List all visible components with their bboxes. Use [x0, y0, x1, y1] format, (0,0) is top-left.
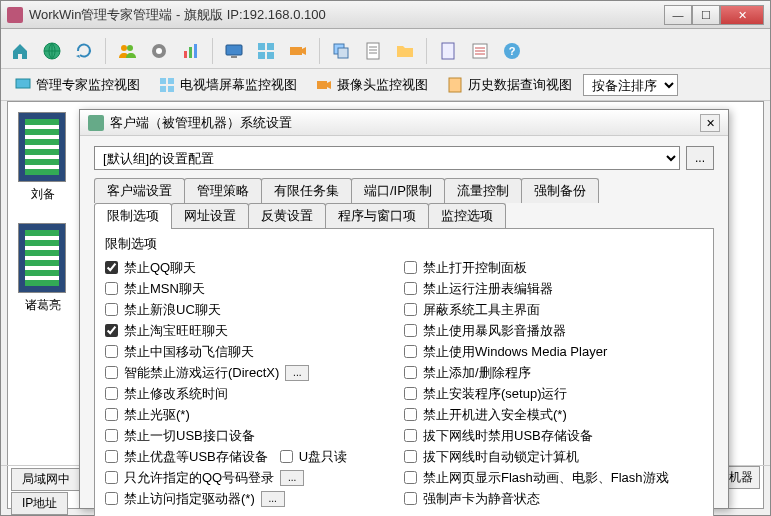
option-checkbox[interactable]	[404, 261, 417, 274]
option-row: 禁止添加/删除程序	[404, 362, 703, 383]
option-more-button[interactable]: ...	[261, 491, 285, 507]
option-checkbox[interactable]	[105, 387, 118, 400]
svg-point-2	[127, 45, 133, 51]
view-tvwall-button[interactable]: 电视墙屏幕监控视图	[151, 72, 304, 98]
option-checkbox[interactable]	[105, 492, 118, 505]
option-checkbox[interactable]	[105, 450, 118, 463]
option-row: 禁止开机进入安全模式(*)	[404, 404, 703, 425]
view-monitor-button[interactable]: 管理专家监控视图	[7, 72, 147, 98]
thumbnail-label: 刘备	[18, 186, 68, 203]
option-label: 禁止运行注册表编辑器	[423, 280, 553, 298]
option-checkbox[interactable]	[404, 345, 417, 358]
option-checkbox[interactable]	[404, 492, 417, 505]
main-titlebar: WorkWin管理专家管理端 - 旗舰版 IP:192.168.0.100 — …	[1, 1, 770, 29]
option-label: 禁止添加/删除程序	[423, 364, 531, 382]
svg-rect-10	[258, 43, 265, 50]
option-checkbox[interactable]	[105, 366, 118, 379]
tool-globe-icon[interactable]	[39, 38, 65, 64]
tab-网址设置[interactable]: 网址设置	[171, 203, 249, 228]
option-checkbox[interactable]	[404, 450, 417, 463]
tool-refresh-icon[interactable]	[71, 38, 97, 64]
tool-folder-icon[interactable]	[392, 38, 418, 64]
option-label: 禁止优盘等USB存储设备	[124, 448, 268, 466]
option-row: 禁止淘宝旺旺聊天	[105, 320, 404, 341]
tool-chart-icon[interactable]	[178, 38, 204, 64]
option-more-button[interactable]: ...	[280, 470, 304, 486]
option-row: 拔下网线时禁用USB存储设备	[404, 425, 703, 446]
option-label: 禁止中国移动飞信聊天	[124, 343, 254, 361]
tool-users-icon[interactable]	[114, 38, 140, 64]
tab-强制备份[interactable]: 强制备份	[521, 178, 599, 203]
tool-list-icon[interactable]	[467, 38, 493, 64]
option-more-button[interactable]: ...	[285, 365, 309, 381]
svg-rect-6	[189, 47, 192, 58]
tool-copy-icon[interactable]	[328, 38, 354, 64]
tool-help-icon[interactable]: ?	[499, 38, 525, 64]
config-group-select[interactable]: [默认组]的设置配置	[94, 146, 680, 170]
view-label: 摄像头监控视图	[337, 76, 428, 94]
svg-point-1	[121, 45, 127, 51]
tool-doc2-icon[interactable]	[435, 38, 461, 64]
svg-rect-16	[338, 48, 348, 58]
client-thumbnail[interactable]: 刘备	[18, 112, 68, 203]
close-button[interactable]: ✕	[720, 5, 764, 25]
tool-screens-icon[interactable]	[253, 38, 279, 64]
client-thumbnail[interactable]: 诸葛亮	[18, 223, 68, 314]
tool-camera2-icon[interactable]	[285, 38, 311, 64]
option-checkbox[interactable]	[404, 387, 417, 400]
bottom-tab-ip[interactable]: IP地址	[11, 492, 68, 515]
option-label: U盘只读	[299, 448, 347, 466]
svg-rect-27	[317, 81, 327, 89]
option-checkbox[interactable]	[404, 408, 417, 421]
option-checkbox[interactable]	[105, 471, 118, 484]
tab-content: 限制选项 禁止QQ聊天禁止MSN聊天禁止新浪UC聊天禁止淘宝旺旺聊天禁止中国移动…	[94, 228, 714, 516]
bottom-tab-lan[interactable]: 局域网中	[11, 468, 81, 491]
tool-doc-icon[interactable]	[360, 38, 386, 64]
option-checkbox[interactable]	[404, 324, 417, 337]
option-checkbox[interactable]	[404, 282, 417, 295]
option-checkbox[interactable]	[404, 429, 417, 442]
option-checkbox[interactable]	[105, 408, 118, 421]
sort-select[interactable]: 按备注排序	[583, 74, 678, 96]
view-history-button[interactable]: 历史数据查询视图	[439, 72, 579, 98]
minimize-button[interactable]: —	[664, 5, 692, 25]
tool-monitor-icon[interactable]	[221, 38, 247, 64]
dialog-close-button[interactable]: ✕	[700, 114, 720, 132]
option-checkbox[interactable]	[280, 450, 293, 463]
option-label: 禁止安装程序(setup)运行	[423, 385, 567, 403]
option-checkbox[interactable]	[404, 366, 417, 379]
option-label: 禁止开机进入安全模式(*)	[423, 406, 567, 424]
option-row: 禁止MSN聊天	[105, 278, 404, 299]
option-checkbox[interactable]	[105, 345, 118, 358]
tab-有限任务集[interactable]: 有限任务集	[261, 178, 352, 203]
option-checkbox[interactable]	[404, 303, 417, 316]
tool-gear-icon[interactable]	[146, 38, 172, 64]
option-label: 禁止使用Windows Media Player	[423, 343, 607, 361]
maximize-button[interactable]: ☐	[692, 5, 720, 25]
svg-rect-25	[160, 86, 166, 92]
config-browse-button[interactable]: ...	[686, 146, 714, 170]
tab-流量控制[interactable]: 流量控制	[444, 178, 522, 203]
tab-监控选项[interactable]: 监控选项	[428, 203, 506, 228]
tab-程序与窗口项[interactable]: 程序与窗口项	[325, 203, 429, 228]
option-checkbox[interactable]	[404, 471, 417, 484]
tab-反黄设置[interactable]: 反黄设置	[248, 203, 326, 228]
dialog-titlebar: 客户端（被管理机器）系统设置 ✕	[80, 110, 728, 136]
option-row: 禁止打开控制面板	[404, 257, 703, 278]
svg-rect-13	[267, 52, 274, 59]
option-checkbox[interactable]	[105, 261, 118, 274]
group-label: 限制选项	[105, 235, 703, 253]
tab-管理策略[interactable]: 管理策略	[184, 178, 262, 203]
option-checkbox[interactable]	[105, 324, 118, 337]
option-row: 禁止优盘等USB存储设备U盘只读	[105, 446, 404, 467]
tab-客户端设置[interactable]: 客户端设置	[94, 178, 185, 203]
option-row: 禁止安装程序(setup)运行	[404, 383, 703, 404]
option-checkbox[interactable]	[105, 303, 118, 316]
tab-限制选项[interactable]: 限制选项	[94, 203, 172, 228]
option-label: 禁止使用暴风影音播放器	[423, 322, 566, 340]
tool-home-icon[interactable]	[7, 38, 33, 64]
option-checkbox[interactable]	[105, 429, 118, 442]
tab-端口/IP限制[interactable]: 端口/IP限制	[351, 178, 445, 203]
view-camera-button[interactable]: 摄像头监控视图	[308, 72, 435, 98]
option-checkbox[interactable]	[105, 282, 118, 295]
